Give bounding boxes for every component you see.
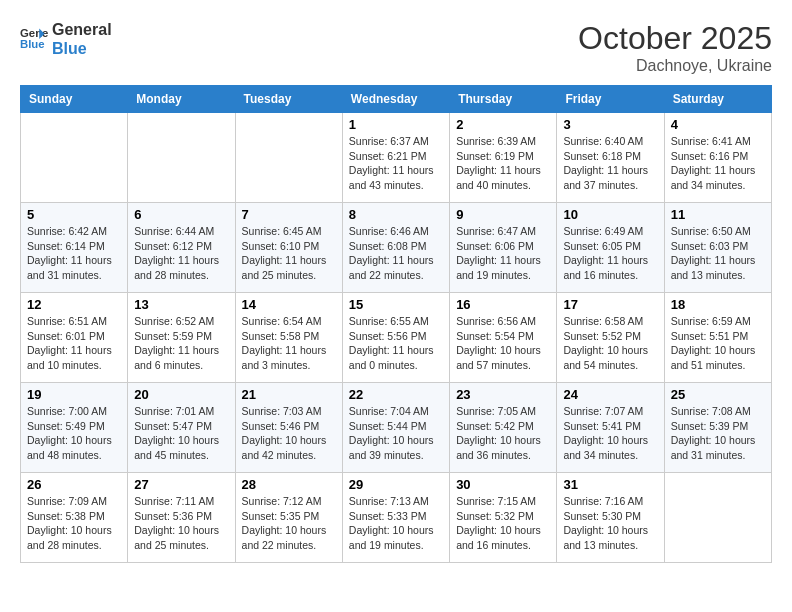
day-number: 26 xyxy=(27,477,121,492)
day-info: Sunrise: 6:39 AMSunset: 6:19 PMDaylight:… xyxy=(456,134,550,193)
calendar-cell: 14Sunrise: 6:54 AMSunset: 5:58 PMDayligh… xyxy=(235,293,342,383)
calendar-cell: 16Sunrise: 6:56 AMSunset: 5:54 PMDayligh… xyxy=(450,293,557,383)
day-info: Sunrise: 6:55 AMSunset: 5:56 PMDaylight:… xyxy=(349,314,443,373)
weekday-header: Wednesday xyxy=(342,86,449,113)
title-block: October 2025 Dachnoye, Ukraine xyxy=(578,20,772,75)
day-number: 15 xyxy=(349,297,443,312)
day-info: Sunrise: 6:54 AMSunset: 5:58 PMDaylight:… xyxy=(242,314,336,373)
day-info: Sunrise: 6:56 AMSunset: 5:54 PMDaylight:… xyxy=(456,314,550,373)
day-info: Sunrise: 6:44 AMSunset: 6:12 PMDaylight:… xyxy=(134,224,228,283)
calendar-cell: 2Sunrise: 6:39 AMSunset: 6:19 PMDaylight… xyxy=(450,113,557,203)
day-number: 6 xyxy=(134,207,228,222)
calendar-cell: 24Sunrise: 7:07 AMSunset: 5:41 PMDayligh… xyxy=(557,383,664,473)
day-info: Sunrise: 6:52 AMSunset: 5:59 PMDaylight:… xyxy=(134,314,228,373)
day-number: 11 xyxy=(671,207,765,222)
month-title: October 2025 xyxy=(578,20,772,57)
day-info: Sunrise: 6:42 AMSunset: 6:14 PMDaylight:… xyxy=(27,224,121,283)
day-info: Sunrise: 6:50 AMSunset: 6:03 PMDaylight:… xyxy=(671,224,765,283)
location-subtitle: Dachnoye, Ukraine xyxy=(578,57,772,75)
day-info: Sunrise: 7:08 AMSunset: 5:39 PMDaylight:… xyxy=(671,404,765,463)
day-info: Sunrise: 7:09 AMSunset: 5:38 PMDaylight:… xyxy=(27,494,121,553)
weekday-header: Monday xyxy=(128,86,235,113)
day-info: Sunrise: 7:03 AMSunset: 5:46 PMDaylight:… xyxy=(242,404,336,463)
calendar-cell: 21Sunrise: 7:03 AMSunset: 5:46 PMDayligh… xyxy=(235,383,342,473)
calendar-cell: 30Sunrise: 7:15 AMSunset: 5:32 PMDayligh… xyxy=(450,473,557,563)
calendar-cell: 28Sunrise: 7:12 AMSunset: 5:35 PMDayligh… xyxy=(235,473,342,563)
day-info: Sunrise: 7:01 AMSunset: 5:47 PMDaylight:… xyxy=(134,404,228,463)
calendar-cell: 5Sunrise: 6:42 AMSunset: 6:14 PMDaylight… xyxy=(21,203,128,293)
day-info: Sunrise: 6:46 AMSunset: 6:08 PMDaylight:… xyxy=(349,224,443,283)
calendar-cell xyxy=(235,113,342,203)
day-info: Sunrise: 7:04 AMSunset: 5:44 PMDaylight:… xyxy=(349,404,443,463)
calendar-cell: 12Sunrise: 6:51 AMSunset: 6:01 PMDayligh… xyxy=(21,293,128,383)
calendar-cell: 18Sunrise: 6:59 AMSunset: 5:51 PMDayligh… xyxy=(664,293,771,383)
day-number: 24 xyxy=(563,387,657,402)
logo: General Blue General Blue xyxy=(20,20,112,58)
day-info: Sunrise: 7:00 AMSunset: 5:49 PMDaylight:… xyxy=(27,404,121,463)
logo-text: General Blue xyxy=(52,20,112,58)
calendar-cell: 25Sunrise: 7:08 AMSunset: 5:39 PMDayligh… xyxy=(664,383,771,473)
page-header: General Blue General Blue October 2025 D… xyxy=(20,20,772,75)
day-info: Sunrise: 6:37 AMSunset: 6:21 PMDaylight:… xyxy=(349,134,443,193)
calendar-cell: 15Sunrise: 6:55 AMSunset: 5:56 PMDayligh… xyxy=(342,293,449,383)
day-number: 30 xyxy=(456,477,550,492)
calendar-cell xyxy=(664,473,771,563)
calendar-cell: 9Sunrise: 6:47 AMSunset: 6:06 PMDaylight… xyxy=(450,203,557,293)
day-number: 1 xyxy=(349,117,443,132)
calendar-cell: 6Sunrise: 6:44 AMSunset: 6:12 PMDaylight… xyxy=(128,203,235,293)
day-info: Sunrise: 6:51 AMSunset: 6:01 PMDaylight:… xyxy=(27,314,121,373)
day-info: Sunrise: 6:41 AMSunset: 6:16 PMDaylight:… xyxy=(671,134,765,193)
calendar-cell: 13Sunrise: 6:52 AMSunset: 5:59 PMDayligh… xyxy=(128,293,235,383)
calendar-cell: 10Sunrise: 6:49 AMSunset: 6:05 PMDayligh… xyxy=(557,203,664,293)
weekday-header: Saturday xyxy=(664,86,771,113)
calendar-header-row: SundayMondayTuesdayWednesdayThursdayFrid… xyxy=(21,86,772,113)
calendar-week-row: 26Sunrise: 7:09 AMSunset: 5:38 PMDayligh… xyxy=(21,473,772,563)
day-info: Sunrise: 6:59 AMSunset: 5:51 PMDaylight:… xyxy=(671,314,765,373)
calendar-week-row: 19Sunrise: 7:00 AMSunset: 5:49 PMDayligh… xyxy=(21,383,772,473)
calendar-week-row: 5Sunrise: 6:42 AMSunset: 6:14 PMDaylight… xyxy=(21,203,772,293)
calendar-cell: 11Sunrise: 6:50 AMSunset: 6:03 PMDayligh… xyxy=(664,203,771,293)
day-number: 31 xyxy=(563,477,657,492)
day-number: 23 xyxy=(456,387,550,402)
calendar-cell: 31Sunrise: 7:16 AMSunset: 5:30 PMDayligh… xyxy=(557,473,664,563)
day-number: 12 xyxy=(27,297,121,312)
day-number: 20 xyxy=(134,387,228,402)
calendar-cell: 17Sunrise: 6:58 AMSunset: 5:52 PMDayligh… xyxy=(557,293,664,383)
day-info: Sunrise: 7:07 AMSunset: 5:41 PMDaylight:… xyxy=(563,404,657,463)
calendar-cell: 4Sunrise: 6:41 AMSunset: 6:16 PMDaylight… xyxy=(664,113,771,203)
weekday-header: Thursday xyxy=(450,86,557,113)
calendar-cell: 7Sunrise: 6:45 AMSunset: 6:10 PMDaylight… xyxy=(235,203,342,293)
day-number: 13 xyxy=(134,297,228,312)
day-number: 18 xyxy=(671,297,765,312)
day-info: Sunrise: 6:49 AMSunset: 6:05 PMDaylight:… xyxy=(563,224,657,283)
day-number: 4 xyxy=(671,117,765,132)
day-info: Sunrise: 6:40 AMSunset: 6:18 PMDaylight:… xyxy=(563,134,657,193)
day-number: 7 xyxy=(242,207,336,222)
day-info: Sunrise: 6:58 AMSunset: 5:52 PMDaylight:… xyxy=(563,314,657,373)
day-number: 9 xyxy=(456,207,550,222)
calendar-cell: 1Sunrise: 6:37 AMSunset: 6:21 PMDaylight… xyxy=(342,113,449,203)
calendar-table: SundayMondayTuesdayWednesdayThursdayFrid… xyxy=(20,85,772,563)
calendar-cell xyxy=(128,113,235,203)
day-number: 2 xyxy=(456,117,550,132)
calendar-week-row: 12Sunrise: 6:51 AMSunset: 6:01 PMDayligh… xyxy=(21,293,772,383)
calendar-cell: 23Sunrise: 7:05 AMSunset: 5:42 PMDayligh… xyxy=(450,383,557,473)
weekday-header: Tuesday xyxy=(235,86,342,113)
day-info: Sunrise: 7:05 AMSunset: 5:42 PMDaylight:… xyxy=(456,404,550,463)
calendar-cell xyxy=(21,113,128,203)
day-number: 19 xyxy=(27,387,121,402)
day-info: Sunrise: 7:11 AMSunset: 5:36 PMDaylight:… xyxy=(134,494,228,553)
day-number: 25 xyxy=(671,387,765,402)
day-info: Sunrise: 7:13 AMSunset: 5:33 PMDaylight:… xyxy=(349,494,443,553)
day-number: 22 xyxy=(349,387,443,402)
calendar-cell: 8Sunrise: 6:46 AMSunset: 6:08 PMDaylight… xyxy=(342,203,449,293)
calendar-cell: 3Sunrise: 6:40 AMSunset: 6:18 PMDaylight… xyxy=(557,113,664,203)
calendar-cell: 22Sunrise: 7:04 AMSunset: 5:44 PMDayligh… xyxy=(342,383,449,473)
calendar-cell: 29Sunrise: 7:13 AMSunset: 5:33 PMDayligh… xyxy=(342,473,449,563)
logo-icon: General Blue xyxy=(20,25,48,53)
day-number: 27 xyxy=(134,477,228,492)
day-number: 16 xyxy=(456,297,550,312)
day-number: 21 xyxy=(242,387,336,402)
day-number: 29 xyxy=(349,477,443,492)
calendar-cell: 20Sunrise: 7:01 AMSunset: 5:47 PMDayligh… xyxy=(128,383,235,473)
